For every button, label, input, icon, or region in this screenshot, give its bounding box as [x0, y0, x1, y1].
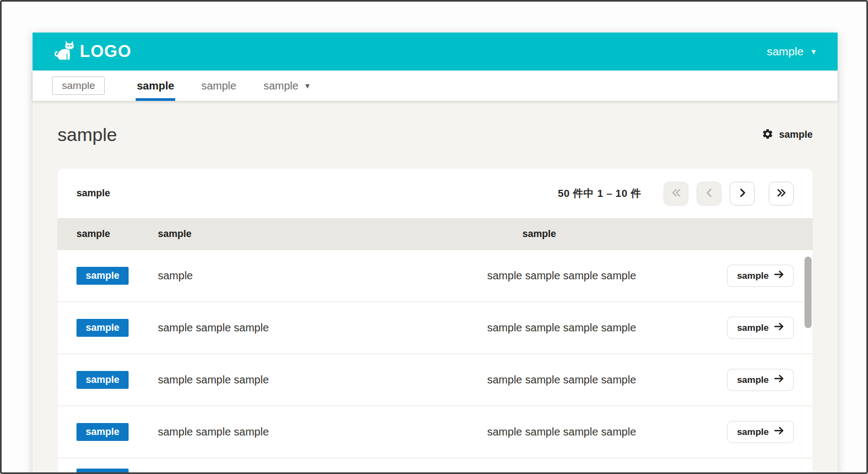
- tab-2[interactable]: sample: [200, 71, 237, 101]
- double-chevron-right-icon: [777, 188, 786, 199]
- double-chevron-left-icon: [672, 188, 681, 199]
- table-row: sample: [58, 458, 813, 474]
- browser-window: LOGO sample ▼ sample sample sample sampl…: [0, 0, 868, 474]
- arrow-right-icon: [774, 270, 784, 281]
- caret-down-icon: ▼: [304, 82, 311, 89]
- status-badge: sample: [76, 371, 129, 389]
- tab-1-label: sample: [137, 80, 174, 92]
- row-detail-button[interactable]: sample: [727, 369, 794, 391]
- row-detail: sample sample sample sample: [487, 374, 698, 386]
- row-name: sample sample sample: [158, 426, 487, 438]
- pagination-summary: 50 件中 1 – 10 件: [558, 187, 641, 201]
- app-header: LOGO sample ▼: [33, 33, 838, 71]
- arrow-right-icon: [774, 374, 784, 386]
- page-content: sample sample sample 50 件中 1 – 10 件: [33, 101, 838, 474]
- table-row: sample sample sample sample sample sampl…: [58, 354, 813, 406]
- arrow-right-icon: [774, 322, 784, 334]
- status-badge: sample: [76, 423, 129, 441]
- last-page-button[interactable]: [769, 182, 794, 206]
- next-page-button[interactable]: [730, 182, 755, 206]
- page-head: sample sample: [58, 101, 813, 169]
- arrow-right-icon: [774, 426, 784, 438]
- tab-1-active[interactable]: sample: [136, 71, 175, 101]
- row-detail-button[interactable]: sample: [727, 317, 794, 339]
- row-detail-button[interactable]: sample: [727, 265, 794, 287]
- scrollbar-thumb[interactable]: [805, 257, 812, 328]
- tab-2-label: sample: [201, 80, 236, 92]
- chevron-right-icon: [738, 188, 747, 199]
- logo-text: LOGO: [80, 42, 131, 61]
- status-badge: sample: [76, 469, 129, 474]
- row-name: sample sample sample: [158, 374, 487, 386]
- table-header-name-col: sample: [158, 228, 487, 240]
- row-button-label: sample: [737, 323, 769, 334]
- settings-label: sample: [779, 129, 813, 140]
- row-detail-button[interactable]: sample: [727, 421, 794, 443]
- table-header-row: sample sample sample: [58, 218, 813, 249]
- row-detail: sample sample sample sample: [487, 322, 698, 334]
- app-container: LOGO sample ▼ sample sample sample sampl…: [33, 33, 838, 474]
- user-menu-label: sample: [767, 45, 803, 58]
- list-panel: sample 50 件中 1 – 10 件: [58, 169, 813, 474]
- page-title: sample: [58, 124, 117, 145]
- caret-down-icon: ▼: [810, 48, 817, 55]
- gear-icon: [762, 128, 774, 142]
- row-button-label: sample: [737, 271, 769, 281]
- status-badge: sample: [76, 267, 129, 285]
- user-menu[interactable]: sample ▼: [767, 45, 817, 58]
- panel-title: sample: [76, 188, 110, 199]
- table-header-detail-col: sample: [487, 228, 698, 240]
- row-button-label: sample: [737, 427, 769, 438]
- row-detail: sample sample sample sample: [487, 426, 698, 438]
- row-button-label: sample: [737, 375, 769, 386]
- row-name: sample sample sample: [158, 322, 487, 334]
- tab-3-dropdown[interactable]: sample ▼: [263, 71, 312, 101]
- table-row: sample sample sample sample sample sampl…: [58, 406, 813, 458]
- cat-icon: [53, 40, 75, 63]
- chevron-left-icon: [705, 188, 714, 199]
- settings-link[interactable]: sample: [762, 128, 813, 142]
- row-name: sample: [158, 270, 487, 282]
- tab-bar: sample sample sample sample ▼: [33, 71, 838, 101]
- table-header-badge-col: sample: [76, 228, 158, 240]
- first-page-button[interactable]: [663, 182, 688, 206]
- prev-page-button[interactable]: [697, 182, 722, 206]
- status-badge: sample: [76, 319, 129, 337]
- tab-3-label: sample: [264, 80, 298, 92]
- panel-header: sample 50 件中 1 – 10 件: [58, 169, 813, 218]
- table-row: sample sample sample sample sample sampl…: [58, 249, 813, 302]
- table-row: sample sample sample sample sample sampl…: [58, 302, 813, 354]
- back-chip-button[interactable]: sample: [52, 76, 105, 95]
- logo[interactable]: LOGO: [53, 40, 131, 63]
- row-detail: sample sample sample sample: [487, 270, 698, 282]
